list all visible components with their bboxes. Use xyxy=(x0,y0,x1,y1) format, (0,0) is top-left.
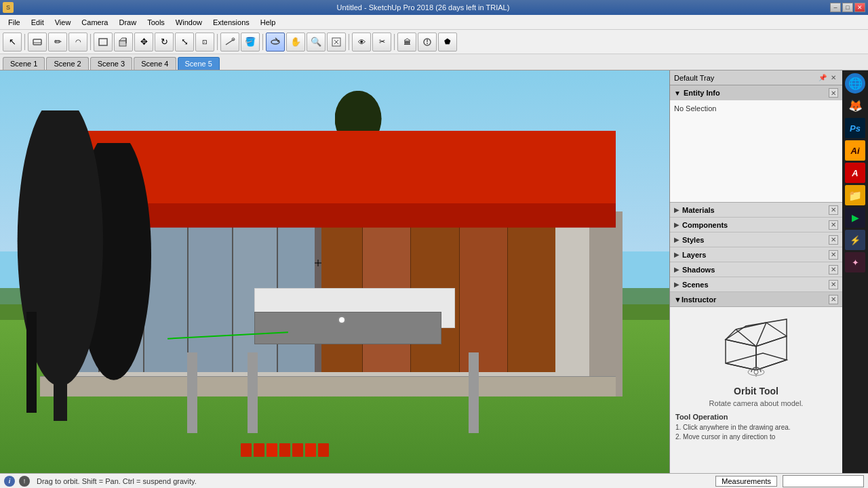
menu-tools[interactable]: Tools xyxy=(142,17,170,28)
instructor-section: ▼ Instructor ✕ xyxy=(670,292,842,448)
status-message: Drag to orbit. Shift = Pan. Ctrl = suspe… xyxy=(37,477,197,485)
extension-tool[interactable] xyxy=(418,33,437,52)
zoom-tool[interactable]: 🔍 xyxy=(307,33,326,52)
instructor-header[interactable]: ▼ Instructor ✕ xyxy=(670,292,842,307)
walk-tool[interactable]: 👁 xyxy=(352,33,371,52)
separator4 xyxy=(262,34,263,50)
push-pull-tool[interactable] xyxy=(114,33,133,52)
scene-tab-1[interactable]: Scene 1 xyxy=(3,57,45,70)
instructor-close[interactable]: ✕ xyxy=(829,295,838,304)
viewport[interactable] xyxy=(0,70,669,473)
minimize-button[interactable]: – xyxy=(830,3,841,12)
app-acrobat[interactable]: A xyxy=(845,163,865,183)
rotate-tool[interactable]: ↻ xyxy=(155,33,174,52)
pillar-2 xyxy=(248,352,258,433)
separator6 xyxy=(394,34,395,50)
menu-help[interactable]: Help xyxy=(255,17,281,28)
menu-extensions[interactable]: Extensions xyxy=(208,17,255,28)
app-network[interactable]: ⚡ xyxy=(845,230,865,250)
app-photoshop[interactable]: Ps xyxy=(845,118,865,138)
move-tool[interactable]: ✥ xyxy=(134,33,153,52)
rectangle-tool[interactable] xyxy=(94,33,113,52)
paint-tool[interactable]: 🪣 xyxy=(241,33,260,52)
scene-tab-5[interactable]: Scene 5 xyxy=(178,57,220,70)
separator5 xyxy=(349,34,349,50)
components-close[interactable]: ✕ xyxy=(829,220,838,230)
pan-tool[interactable]: ✋ xyxy=(286,33,305,52)
measurements-label: Measurements xyxy=(715,476,777,487)
ruby-tool[interactable]: ⬟ xyxy=(438,33,457,52)
glass-panel-4 xyxy=(189,220,233,373)
entity-info-close[interactable]: ✕ xyxy=(829,88,838,98)
scene-tab-3[interactable]: Scene 3 xyxy=(90,57,132,70)
chair-4 xyxy=(279,443,290,457)
window-controls: – □ ✕ xyxy=(830,3,865,12)
select-tool[interactable]: ↖ xyxy=(3,33,22,52)
components-arrow: ▶ xyxy=(674,221,679,228)
app-sidebar: 🌐 🦊 Ps Ai A 📁 ▶ ⚡ ✦ xyxy=(842,70,868,473)
scene-tab-4[interactable]: Scene 4 xyxy=(134,57,176,70)
materials-close[interactable]: ✕ xyxy=(829,205,838,215)
app-misc[interactable]: ✦ xyxy=(845,252,865,272)
styles-panel-row[interactable]: ▶ Styles ✕ xyxy=(670,232,842,247)
menu-edit[interactable]: Edit xyxy=(26,17,50,28)
components-panel-row[interactable]: ▶ Components ✕ xyxy=(670,218,842,232)
tape-tool[interactable] xyxy=(220,33,239,52)
app-globe[interactable]: 🌐 xyxy=(845,73,865,94)
maximize-button[interactable]: □ xyxy=(842,3,853,12)
scenes-panel-close[interactable]: ✕ xyxy=(829,280,838,289)
menu-file[interactable]: File xyxy=(3,17,26,28)
chair-2 xyxy=(254,443,264,457)
svg-marker-21 xyxy=(726,319,787,346)
arc-tool[interactable]: ◠ xyxy=(68,33,87,52)
right-panel: Default Tray 📌 ✕ ▼ Entity Info ✕ No Sele… xyxy=(669,70,842,473)
warehouse-tool[interactable]: 🏛 xyxy=(397,33,416,52)
tree-trunk-2 xyxy=(26,312,37,413)
main-area: Default Tray 📌 ✕ ▼ Entity Info ✕ No Sele… xyxy=(0,70,868,473)
entity-info-content: No Selection xyxy=(670,100,842,202)
menu-window[interactable]: Window xyxy=(170,17,208,28)
layers-panel-row[interactable]: ▶ Layers ✕ xyxy=(670,247,842,262)
scale-tool[interactable]: ⤡ xyxy=(175,33,194,52)
tray-pin-button[interactable]: 📌 xyxy=(818,73,827,83)
eraser-tool[interactable] xyxy=(28,33,47,52)
close-button[interactable]: ✕ xyxy=(854,3,865,12)
styles-arrow: ▶ xyxy=(674,236,679,243)
chair-5 xyxy=(292,443,303,457)
layers-close[interactable]: ✕ xyxy=(829,250,838,260)
materials-panel-row[interactable]: ▶ Materials ✕ xyxy=(670,203,842,218)
tray-header-label: Default Tray xyxy=(674,74,714,82)
tool-op-1: 1. Click anywhere in the drawing area. xyxy=(675,424,837,431)
scenes-panel-label: Scenes xyxy=(682,281,829,289)
tray-close-button[interactable]: ✕ xyxy=(829,73,838,83)
svg-point-29 xyxy=(754,370,758,374)
pencil-tool[interactable]: ✏ xyxy=(48,33,67,52)
app-firefox[interactable]: 🦊 xyxy=(845,96,865,116)
chairs-row xyxy=(241,443,329,457)
measurements-input[interactable] xyxy=(783,475,864,487)
shadows-panel-row[interactable]: ▶ Shadows ✕ xyxy=(670,262,842,277)
menu-draw[interactable]: Draw xyxy=(113,17,142,28)
app-illustrator[interactable]: Ai xyxy=(845,140,865,161)
orbit-tool[interactable] xyxy=(266,33,285,52)
scenes-panel-row[interactable]: ▶ Scenes ✕ xyxy=(670,277,842,292)
app-folder[interactable]: 📁 xyxy=(845,185,865,205)
status-warning-icon[interactable]: ! xyxy=(19,476,30,487)
zoom-extents-tool[interactable] xyxy=(327,33,346,52)
window-title: Untitled - SketchUp Pro 2018 (26 days le… xyxy=(337,3,510,12)
app-media[interactable]: ▶ xyxy=(845,207,865,228)
entity-info-header[interactable]: ▼ Entity Info ✕ xyxy=(670,85,842,100)
section-tool[interactable]: ✂ xyxy=(372,33,391,52)
styles-close[interactable]: ✕ xyxy=(829,235,838,245)
scenes-bar: Scene 1 Scene 2 Scene 3 Scene 4 Scene 5 xyxy=(0,54,868,70)
scene-tab-2[interactable]: Scene 2 xyxy=(46,57,88,70)
svg-line-26 xyxy=(736,323,766,329)
no-selection-label: No Selection xyxy=(674,103,838,114)
components-label: Components xyxy=(682,221,829,229)
menu-camera[interactable]: Camera xyxy=(76,17,113,28)
menu-view[interactable]: View xyxy=(50,17,77,28)
status-info-icon[interactable]: i xyxy=(4,476,15,487)
right-wall xyxy=(589,211,623,396)
offset-tool[interactable]: ⊡ xyxy=(195,33,214,52)
shadows-close[interactable]: ✕ xyxy=(829,265,838,274)
